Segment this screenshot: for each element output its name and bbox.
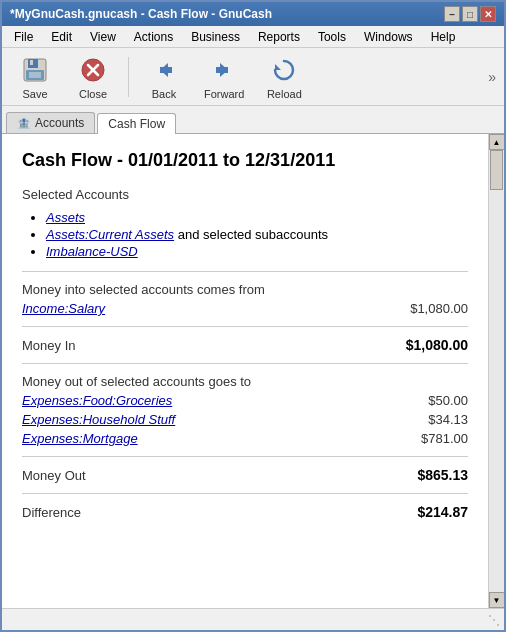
minimize-button[interactable]: – [444, 6, 460, 22]
window-controls: – □ ✕ [444, 6, 496, 22]
list-item: Imbalance-USD [46, 244, 468, 259]
menu-help[interactable]: Help [423, 28, 464, 46]
imbalance-link[interactable]: Imbalance-USD [46, 244, 138, 259]
toolbar-expand-icon[interactable]: » [488, 69, 496, 85]
expenses-mortgage-value: $781.00 [421, 431, 468, 446]
money-in-total-row: Money In $1,080.00 [22, 337, 468, 353]
menu-file[interactable]: File [6, 28, 41, 46]
menu-reports[interactable]: Reports [250, 28, 308, 46]
menu-actions[interactable]: Actions [126, 28, 181, 46]
svg-rect-11 [216, 67, 228, 73]
scroll-thumb[interactable] [490, 150, 503, 190]
reload-label: Reload [267, 88, 302, 100]
menu-view[interactable]: View [82, 28, 124, 46]
money-in-total-label: Money In [22, 338, 75, 353]
income-salary-row: Income:Salary $1,080.00 [22, 301, 468, 316]
statusbar: ⋱ [2, 608, 504, 630]
back-icon [148, 54, 180, 86]
forward-button[interactable]: Forward [197, 50, 251, 104]
scroll-track[interactable] [489, 150, 504, 592]
save-button[interactable]: Save [10, 50, 60, 104]
divider-2 [22, 326, 468, 327]
list-item: Assets [46, 210, 468, 225]
toolbar-separator-1 [128, 57, 129, 97]
save-icon [19, 54, 51, 86]
close-button[interactable]: ✕ [480, 6, 496, 22]
money-out-total-value: $865.13 [417, 467, 468, 483]
save-label: Save [22, 88, 47, 100]
svg-rect-2 [30, 60, 33, 65]
tab-cashflow[interactable]: Cash Flow [97, 113, 176, 134]
scroll-down-arrow[interactable]: ▼ [489, 592, 505, 608]
income-salary-link[interactable]: Income:Salary [22, 301, 105, 316]
forward-label: Forward [204, 88, 244, 100]
window-title: *MyGnuCash.gnucash - Cash Flow - GnuCash [10, 7, 272, 21]
accounts-list: Assets Assets:Current Assets and selecte… [22, 210, 468, 259]
expenses-mortgage-link[interactable]: Expenses:Mortgage [22, 431, 138, 446]
maximize-button[interactable]: □ [462, 6, 478, 22]
expenses-groceries-link[interactable]: Expenses:Food:Groceries [22, 393, 172, 408]
close-toolbar-button[interactable]: Close [68, 50, 118, 104]
expenses-groceries-value: $50.00 [428, 393, 468, 408]
content-area: Cash Flow - 01/01/2011 to 12/31/2011 Sel… [2, 134, 504, 608]
menu-business[interactable]: Business [183, 28, 248, 46]
difference-value: $214.87 [417, 504, 468, 520]
expenses-household-value: $34.13 [428, 412, 468, 427]
assets-current-link[interactable]: Assets:Current Assets [46, 227, 174, 242]
svg-rect-9 [160, 67, 172, 73]
report-content: Cash Flow - 01/01/2011 to 12/31/2011 Sel… [2, 134, 488, 608]
menu-tools[interactable]: Tools [310, 28, 354, 46]
svg-marker-12 [275, 64, 281, 70]
forward-icon [208, 54, 240, 86]
income-salary-value: $1,080.00 [410, 301, 468, 316]
svg-rect-4 [29, 72, 41, 78]
reload-icon [268, 54, 300, 86]
accounts-tab-icon: 🏦 [17, 117, 31, 130]
scroll-up-arrow[interactable]: ▲ [489, 134, 505, 150]
back-button[interactable]: Back [139, 50, 189, 104]
divider-4 [22, 456, 468, 457]
tab-cashflow-label: Cash Flow [108, 117, 165, 131]
resize-grip-icon: ⋱ [488, 613, 500, 627]
tabs-bar: 🏦 Accounts Cash Flow [2, 106, 504, 134]
expenses-mortgage-row: Expenses:Mortgage $781.00 [22, 431, 468, 446]
assets-link[interactable]: Assets [46, 210, 85, 225]
divider-3 [22, 363, 468, 364]
assets-current-suffix: and selected subaccounts [174, 227, 328, 242]
menu-edit[interactable]: Edit [43, 28, 80, 46]
money-in-total-value: $1,080.00 [406, 337, 468, 353]
money-out-label: Money out of selected accounts goes to [22, 374, 468, 389]
expenses-groceries-row: Expenses:Food:Groceries $50.00 [22, 393, 468, 408]
money-out-total-label: Money Out [22, 468, 86, 483]
menu-windows[interactable]: Windows [356, 28, 421, 46]
list-item: Assets:Current Assets and selected subac… [46, 227, 468, 242]
close-toolbar-icon [77, 54, 109, 86]
selected-accounts-label: Selected Accounts [22, 187, 468, 202]
reload-button[interactable]: Reload [259, 50, 309, 104]
expenses-household-row: Expenses:Household Stuff $34.13 [22, 412, 468, 427]
difference-label: Difference [22, 505, 81, 520]
difference-row: Difference $214.87 [22, 504, 468, 520]
toolbar: Save Close Back [2, 48, 504, 106]
money-in-label: Money into selected accounts comes from [22, 282, 468, 297]
menubar: File Edit View Actions Business Reports … [2, 26, 504, 48]
main-window: *MyGnuCash.gnucash - Cash Flow - GnuCash… [0, 0, 506, 632]
money-out-total-row: Money Out $865.13 [22, 467, 468, 483]
divider-5 [22, 493, 468, 494]
expenses-household-link[interactable]: Expenses:Household Stuff [22, 412, 175, 427]
back-label: Back [152, 88, 176, 100]
divider-1 [22, 271, 468, 272]
title-bar: *MyGnuCash.gnucash - Cash Flow - GnuCash… [2, 2, 504, 26]
report-title: Cash Flow - 01/01/2011 to 12/31/2011 [22, 150, 468, 171]
close-label: Close [79, 88, 107, 100]
scrollbar[interactable]: ▲ ▼ [488, 134, 504, 608]
tab-accounts-label: Accounts [35, 116, 84, 130]
tab-accounts[interactable]: 🏦 Accounts [6, 112, 95, 133]
